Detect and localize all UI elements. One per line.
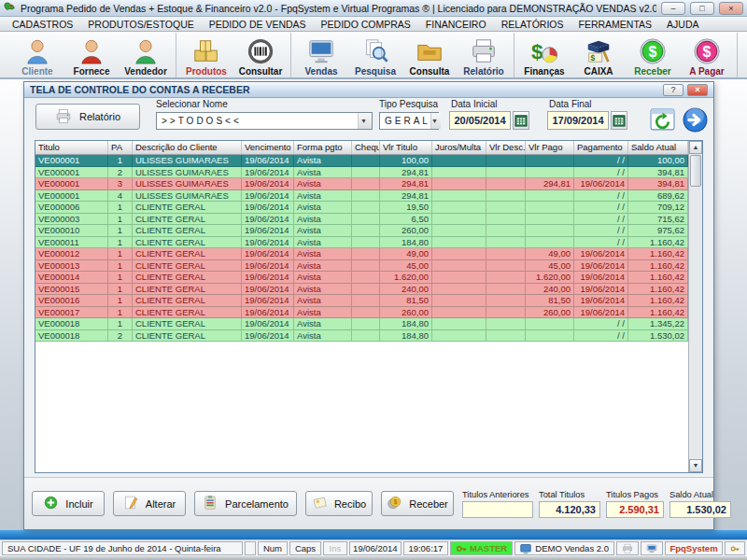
column-header-cheque[interactable]: Cheque: [352, 141, 380, 154]
column-header-pa[interactable]: PA: [108, 141, 133, 154]
column-header-vlr-pago[interactable]: Vlr Pago: [526, 141, 574, 154]
cell-pagamento: / /: [574, 318, 628, 330]
type-filter-combo[interactable]: GERAL ▼: [379, 112, 439, 130]
date-end-calendar-button[interactable]: [611, 111, 627, 130]
menu-item-ferramentas[interactable]: FERRAMENTAS: [572, 18, 659, 31]
table-row[interactable]: VE0000013ULISSES GUIMARAES19/06/2014Avis…: [35, 178, 688, 190]
table-row[interactable]: VE0000014ULISSES GUIMARAES19/06/2014Avis…: [35, 190, 688, 203]
receber-button[interactable]: $Receber: [381, 491, 454, 516]
summary-value: 1.530,02: [669, 501, 731, 518]
toolbar-button-fornece[interactable]: Fornece: [64, 33, 119, 77]
menu-item-financeiro[interactable]: FINANCEIRO: [419, 18, 493, 31]
status-network-button[interactable]: [641, 541, 663, 555]
cell-vlr_titulo: 100,00: [380, 155, 432, 167]
table-row[interactable]: VE0000181CLIENTE GERAL19/06/2014Avista18…: [35, 318, 688, 330]
cell-vlr_pago: [526, 190, 574, 203]
scroll-up-button[interactable]: ▲: [689, 141, 702, 154]
toolbar-button-vendedor[interactable]: Vendedor: [119, 33, 173, 77]
menu-item-produtos-estoque[interactable]: PRODUTOS/ESTOQUE: [81, 18, 200, 31]
menu-item-ajuda[interactable]: AJUDA: [660, 18, 705, 31]
column-header-vlr-titulo[interactable]: Vlr Titulo: [380, 141, 432, 154]
cell-vlr_desc: [486, 202, 526, 214]
table-row[interactable]: VE0000101CLIENTE GERAL19/06/2014Avista26…: [35, 225, 688, 237]
name-filter-combo[interactable]: >>TODOS<< ▼: [156, 112, 373, 130]
cell-pagamento: 19/06/2014: [574, 272, 628, 284]
table-row[interactable]: VE0000111CLIENTE GERAL19/06/2014Avista18…: [35, 237, 688, 249]
table-row[interactable]: VE0000171CLIENTE GERAL19/06/2014Avista26…: [35, 307, 688, 319]
date-start-calendar-button[interactable]: [513, 111, 529, 130]
toolbar-button-produtos[interactable]: Produtos: [179, 33, 233, 77]
date-end-field[interactable]: 17/09/2014: [547, 111, 609, 130]
cell-cheque: [352, 295, 380, 307]
table-row[interactable]: VE0000061CLIENTE GERAL19/06/2014Avista19…: [35, 202, 688, 214]
column-header-titulo[interactable]: Titulo: [35, 141, 108, 154]
column-header-pagamento[interactable]: Pagamento: [574, 141, 628, 154]
scrollbar-thumb[interactable]: [690, 155, 701, 187]
minimize-button[interactable]: –: [661, 2, 685, 15]
table-row[interactable]: VE0000011ULISSES GUIMARAES19/06/2014Avis…: [35, 155, 688, 167]
column-header-descri-o-do-cliente[interactable]: Descrição do Cliente: [133, 141, 242, 154]
incluir-button[interactable]: Incluir: [32, 491, 105, 516]
toolbar-button-vendas[interactable]: Vendas: [294, 33, 348, 77]
go-next-button[interactable]: [683, 107, 708, 133]
toolbar-button-a-pagar[interactable]: $A Pagar: [680, 33, 734, 77]
cell-pagamento: / /: [574, 155, 628, 167]
alterar-button[interactable]: Alterar: [113, 491, 186, 516]
recibo-button[interactable]: Recibo: [305, 491, 373, 516]
menu-item-relat-rios[interactable]: RELATÓRIOS: [495, 18, 571, 31]
menu-item-pedido-de-vendas[interactable]: PEDIDO DE VENDAS: [203, 18, 313, 31]
cell-forma: Avista: [294, 225, 352, 237]
table-row[interactable]: VE0000131CLIENTE GERAL19/06/2014Avista45…: [35, 260, 688, 273]
date-start-field[interactable]: 20/05/2014: [449, 111, 511, 130]
toolbar-button-cliente[interactable]: Cliente: [10, 33, 64, 77]
table-row[interactable]: VE0000182CLIENTE GERAL19/06/2014Avista18…: [35, 330, 688, 343]
cell-vlr_desc: [486, 248, 526, 260]
table-row[interactable]: VE0000151CLIENTE GERAL19/06/2014Avista24…: [35, 284, 688, 296]
toolbar-button-receber[interactable]: $Receber: [626, 33, 680, 77]
scroll-down-button[interactable]: ▼: [689, 459, 702, 472]
toolbar-button-consulta[interactable]: Consulta: [402, 33, 457, 77]
cell-cheque: [352, 307, 380, 319]
refresh-button[interactable]: [650, 107, 675, 133]
table-row[interactable]: VE0000161CLIENTE GERAL19/06/2014Avista81…: [35, 295, 688, 307]
status-location: SUA CIDADE - UF 19 de Junho de 2014 - Qu…: [2, 541, 243, 555]
toolbar-group: VendasPesquisaConsultaRelatório: [291, 33, 514, 77]
toolbar-button-suporte[interactable]: Suporte: [740, 33, 747, 77]
table-row[interactable]: VE0000121CLIENTE GERAL19/06/2014Avista49…: [35, 248, 688, 260]
toolbar-button-relat-rio[interactable]: Relatório: [457, 33, 511, 77]
dialog-help-button[interactable]: ?: [663, 84, 684, 96]
toolbar-button-consultar[interactable]: Consultar: [233, 33, 288, 77]
close-button[interactable]: ×: [719, 2, 743, 15]
status-user-badge: MASTER: [450, 541, 513, 555]
restore-button[interactable]: □: [690, 2, 714, 15]
cell-forma: Avista: [294, 272, 352, 284]
column-header-forma-pgto[interactable]: Forma pgto: [294, 141, 352, 154]
column-header-saldo-atual[interactable]: Saldo Atual: [628, 141, 688, 154]
table-row[interactable]: VE0000141CLIENTE GERAL19/06/2014Avista1.…: [35, 272, 688, 284]
toolbar-button-caixa[interactable]: $CAIXA: [571, 33, 626, 77]
report-button[interactable]: Relatório: [35, 104, 140, 130]
cell-vlr_pago: 45,00: [526, 260, 574, 273]
cell-saldo: 100,00: [628, 155, 688, 167]
cell-cliente: CLIENTE GERAL: [133, 330, 242, 343]
status-key-button[interactable]: [725, 541, 745, 555]
menu-item-cadastros[interactable]: CADASTROS: [6, 18, 79, 31]
column-header-juros-multa[interactable]: Juros/Multa: [432, 141, 486, 154]
toolbar-button-label: Receber: [634, 66, 670, 77]
cell-vlr_titulo: 260,00: [380, 307, 432, 319]
status-printer-button[interactable]: [616, 541, 639, 555]
parcelamento-button[interactable]: Parcelamento: [194, 491, 297, 516]
table-row[interactable]: VE0000031CLIENTE GERAL19/06/2014Avista6,…: [35, 214, 688, 226]
toolbar-button-finan-as[interactable]: $Finanças: [517, 33, 571, 77]
vertical-scrollbar[interactable]: ▲ ▼: [688, 141, 702, 472]
cell-pagamento: 19/06/2014: [574, 295, 628, 307]
column-header-vlr-desc-[interactable]: Vlr Desc.: [486, 141, 526, 154]
cell-vlr_titulo: 6,50: [380, 214, 432, 226]
column-header-vencimento[interactable]: Vencimento: [242, 141, 294, 154]
summary-value: 4.120,33: [539, 501, 600, 518]
toolbar-button-pesquisa[interactable]: Pesquisa: [348, 33, 402, 77]
menu-item-pedido-compras[interactable]: PEDIDO COMPRAS: [315, 18, 417, 31]
cell-titulo: VE000003: [35, 214, 108, 226]
table-row[interactable]: VE0000012ULISSES GUIMARAES19/06/2014Avis…: [35, 167, 688, 179]
dialog-close-button[interactable]: ×: [687, 84, 708, 96]
